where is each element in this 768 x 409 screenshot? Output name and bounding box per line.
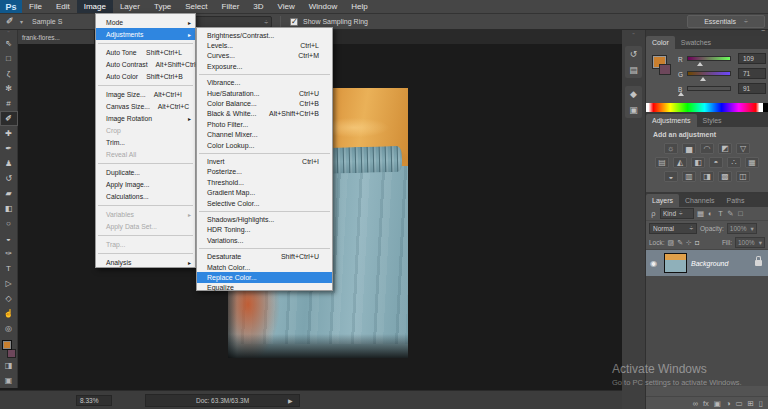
adjustments-menu-item[interactable]: Replace Color... — [197, 272, 332, 282]
channel-slider-thumb[interactable] — [697, 62, 703, 66]
brightness-contrast-icon[interactable]: ☼ — [664, 143, 678, 154]
menubar-item[interactable]: 3D — [246, 0, 270, 13]
color-balance-icon[interactable]: ◭ — [673, 157, 687, 168]
menubar-item[interactable]: Edit — [49, 0, 77, 13]
gradient-tool[interactable]: ◧ — [0, 201, 18, 216]
vibrance-icon[interactable]: ▽ — [736, 143, 750, 154]
adjustments-menu-item[interactable]: Channel Mixer... — [197, 130, 332, 140]
dodge-tool[interactable]: ◒ — [0, 231, 18, 246]
menubar-item[interactable]: Window — [302, 0, 344, 13]
channel-value-field[interactable]: 71 — [738, 68, 766, 79]
threshold-icon[interactable]: ◨ — [700, 171, 714, 182]
color-lookup-icon[interactable]: ▦ — [745, 157, 759, 168]
document-tab[interactable]: frank-flores... — [18, 30, 95, 44]
panel-tab[interactable]: Adjustments — [646, 114, 697, 127]
image-menu-item[interactable] — [98, 43, 193, 44]
delete-layer-icon[interactable]: ▯ — [759, 399, 763, 408]
photo-filter-icon[interactable]: ◓ — [709, 157, 723, 168]
black-white-icon[interactable]: ◧ — [691, 157, 705, 168]
adjustments-menu-item[interactable]: Color Lookup... — [197, 140, 332, 150]
path-selection-tool[interactable]: ▷ — [0, 276, 18, 291]
new-layer-icon[interactable]: ⊞ — [748, 399, 754, 408]
filter-pixel-layers-icon[interactable]: ▦ — [696, 209, 705, 218]
filter-type-layers-icon[interactable]: T — [716, 209, 725, 218]
type-tool[interactable]: T — [0, 261, 18, 276]
layer-row-background[interactable]: ◉ Background — [646, 250, 768, 276]
panel-tab[interactable]: Layers — [646, 194, 679, 207]
pen-tool[interactable]: ✑ — [0, 246, 18, 261]
link-layers-icon[interactable]: ∞ — [693, 399, 698, 408]
history-panel-icon[interactable]: ↺ — [630, 49, 638, 59]
image-menu-item[interactable]: Adjustments — [96, 28, 195, 40]
marquee-tool[interactable]: □ — [0, 51, 18, 66]
adjustments-menu-item[interactable]: Hue/Saturation... Ctrl+U — [197, 88, 332, 98]
lock-position-icon[interactable]: ⊹ — [686, 239, 692, 247]
opacity-field[interactable]: 100% ▾ — [727, 223, 757, 234]
properties-panel-icon[interactable]: ▤ — [629, 65, 638, 75]
image-menu-item[interactable] — [98, 205, 193, 206]
adjustments-menu-item[interactable]: Black & White... Alt+Shift+Ctrl+B — [197, 109, 332, 119]
adjustments-menu-item[interactable]: Shadows/Highlights... — [197, 214, 332, 224]
layer-mask-icon[interactable]: ▣ — [714, 399, 721, 408]
adjustments-menu-item[interactable]: Desaturate Shift+Ctrl+U — [197, 251, 332, 261]
quick-mask-icon[interactable]: ◨ — [0, 358, 18, 373]
image-menu-item[interactable] — [98, 85, 193, 86]
channel-slider-track[interactable] — [687, 86, 731, 91]
panel-tab[interactable]: Color — [646, 36, 675, 49]
shape-tool[interactable]: ◇ — [0, 291, 18, 306]
menubar-item[interactable]: Filter — [215, 0, 247, 13]
adjustments-menu-item[interactable]: Curves... Ctrl+M — [197, 51, 332, 61]
image-menu-item[interactable]: Apply Data Set... — [96, 220, 195, 232]
image-menu-item[interactable]: Auto Tone Shift+Ctrl+L — [96, 46, 195, 58]
clone-stamp-tool[interactable]: ♟ — [0, 156, 18, 171]
crop-tool[interactable]: # — [0, 96, 18, 111]
filter-smart-objects-icon[interactable]: □ — [736, 209, 745, 218]
lock-all-icon[interactable]: ◘ — [695, 239, 699, 247]
exposure-icon[interactable]: ◩ — [718, 143, 732, 154]
adjustments-menu-item[interactable]: Threshold... — [197, 177, 332, 187]
image-menu-item[interactable]: Canvas Size... Alt+Ctrl+C — [96, 100, 195, 112]
curves-icon[interactable]: ◠ — [700, 143, 714, 154]
menubar-item[interactable]: File — [22, 0, 49, 13]
adjustments-menu-item[interactable]: Photo Filter... — [197, 119, 332, 129]
screen-mode-icon[interactable]: ▣ — [0, 373, 18, 388]
adjustment-layer-icon[interactable]: ◑ — [726, 399, 731, 408]
image-menu-item[interactable]: Calculations... — [96, 190, 195, 202]
menubar-item[interactable]: Select — [178, 0, 214, 13]
image-menu-item[interactable]: Auto Color Shift+Ctrl+B — [96, 70, 195, 82]
image-menu-item[interactable] — [98, 163, 193, 164]
invert-icon[interactable]: ◒ — [664, 171, 678, 182]
image-menu-item[interactable]: Trim... — [96, 136, 195, 148]
filter-adjustment-layers-icon[interactable]: ◐ — [706, 209, 715, 218]
blur-tool[interactable]: ○ — [0, 216, 18, 231]
panel-tab[interactable]: Paths — [721, 194, 751, 207]
panel-tab[interactable]: Styles — [697, 114, 728, 127]
brush-tool[interactable]: ✒ — [0, 141, 18, 156]
image-menu-item[interactable]: Image Rotation — [96, 112, 195, 124]
healing-brush-tool[interactable]: ✚ — [0, 126, 18, 141]
image-menu-item[interactable]: Trap... — [96, 238, 195, 250]
layer-visibility-eye-icon[interactable]: ◉ — [650, 259, 660, 268]
filter-shape-layers-icon[interactable]: ✎ — [726, 209, 735, 218]
status-options-arrow-icon[interactable]: ▶ — [288, 397, 293, 404]
zoom-level-field[interactable]: 8.33% — [76, 395, 112, 406]
panel-tab[interactable]: Channels — [679, 194, 721, 207]
menubar-item[interactable]: Help — [344, 0, 374, 13]
image-menu-item[interactable]: Image Size... Alt+Ctrl+I — [96, 88, 195, 100]
info-panel-icon[interactable]: ◆ — [630, 89, 637, 99]
adjustments-menu-item[interactable]: Brightness/Contrast... — [197, 30, 332, 40]
channel-slider-track[interactable] — [687, 71, 731, 76]
adjustments-menu-item[interactable]: Variations... — [197, 235, 332, 245]
adjustments-menu-item[interactable] — [199, 211, 330, 212]
image-menu-item[interactable] — [98, 235, 193, 236]
layer-effects-icon[interactable]: fx — [703, 399, 709, 408]
adjustments-menu-item[interactable] — [199, 248, 330, 249]
show-sampling-ring-checkbox[interactable] — [290, 18, 298, 26]
adjustments-menu-item[interactable]: HDR Toning... — [197, 225, 332, 235]
panel-grip[interactable]: '' — [622, 30, 645, 38]
image-menu-item[interactable]: Crop — [96, 124, 195, 136]
adjustments-menu-item[interactable]: Equalize — [197, 283, 332, 293]
adjustments-menu-item[interactable]: Gradient Map... — [197, 187, 332, 197]
eyedropper-icon[interactable]: ✐ — [6, 16, 14, 26]
workspace-switcher-button[interactable]: Essentials ÷ — [687, 15, 765, 28]
